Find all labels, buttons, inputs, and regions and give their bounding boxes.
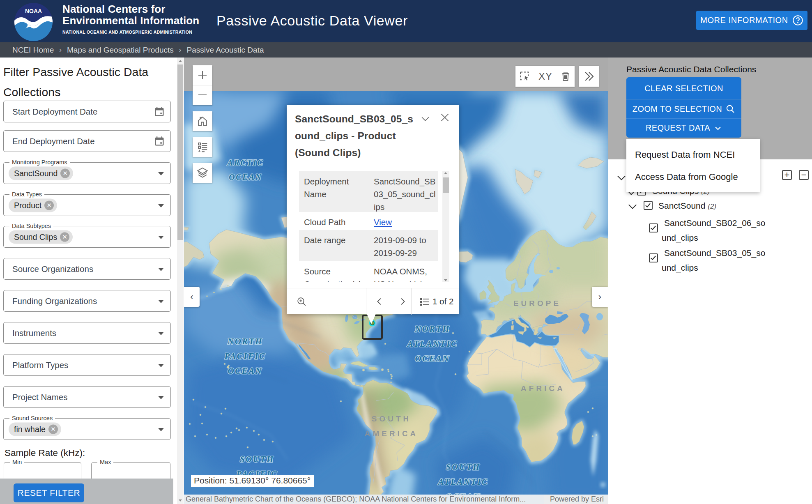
- svg-text:SOUTH: SOUTH: [446, 462, 481, 472]
- svg-text:OCEAN: OCEAN: [229, 173, 262, 182]
- svg-text:ATLANTIC: ATLANTIC: [437, 477, 489, 487]
- svg-text:ARCTIC: ARCTIC: [227, 158, 264, 167]
- svg-text:EUROPE: EUROPE: [513, 299, 561, 308]
- svg-text:AFRICA: AFRICA: [521, 384, 565, 393]
- svg-text:AMERICA: AMERICA: [365, 429, 419, 438]
- svg-text:OCEAN: OCEAN: [415, 354, 450, 364]
- svg-text:NORTH: NORTH: [414, 324, 450, 334]
- svg-text:ATLANTIC: ATLANTIC: [407, 339, 458, 349]
- svg-text:OCEAN: OCEAN: [228, 366, 263, 376]
- svg-text:PACIFIC: PACIFIC: [224, 351, 266, 361]
- svg-text:NORTH: NORTH: [227, 336, 263, 346]
- svg-text:SOUTH: SOUTH: [372, 414, 412, 423]
- svg-text:SOUTH: SOUTH: [240, 454, 274, 464]
- svg-text:NOAA: NOAA: [25, 8, 42, 14]
